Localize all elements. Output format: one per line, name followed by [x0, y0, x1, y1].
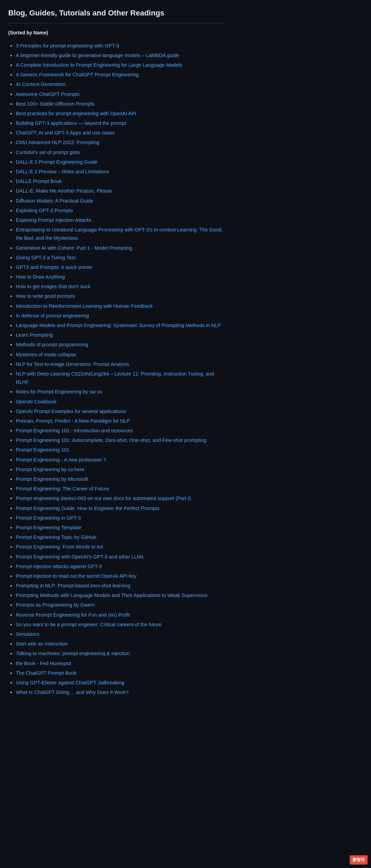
- list-item-link[interactable]: Prompt injection to read out the secret …: [16, 573, 136, 579]
- list-item: Prompt injection to read out the secret …: [16, 572, 225, 580]
- list-item-link[interactable]: Prompt Engineering Template: [16, 525, 81, 530]
- list-item-link[interactable]: Prompt injection attacks against GPT-3: [16, 564, 102, 569]
- list-item-link[interactable]: Exploiting GPT-3 Prompts: [16, 208, 73, 213]
- list-item-link[interactable]: OpenAI Prompt Examples for several appli…: [16, 409, 126, 414]
- list-item: AI Content Generation: [16, 80, 225, 88]
- list-item-link[interactable]: A beginner-friendly guide to generative …: [16, 53, 179, 58]
- list-item-link[interactable]: Exploring Prompt Injection Attacks: [16, 217, 91, 223]
- list-item-link[interactable]: Prompt Engineering 101 - Introduction an…: [16, 428, 133, 433]
- list-item: Prompt Engineering: From Words to Art: [16, 543, 225, 551]
- list-item-link[interactable]: NLP for Text-to-Image Generators: Prompt…: [16, 361, 129, 367]
- list-item-link[interactable]: What Is ChatGPT Doing ... and Why Does I…: [16, 690, 128, 695]
- list-item: Reverse Prompt Engineering for Fun and (…: [16, 611, 225, 619]
- list-item-link[interactable]: DALL-E, Make Me Another Picasso, Please: [16, 188, 112, 194]
- list-item-link[interactable]: AI Content Generation: [16, 82, 65, 87]
- list-item-link[interactable]: Prompt Engineering: The Career of Future: [16, 486, 109, 491]
- link-list: 3 Principles for prompt engineering with…: [8, 42, 225, 697]
- list-item-link[interactable]: Prompting in NLP: Prompt-based zero-shot…: [16, 583, 130, 588]
- list-item: Prompt Engineering with OpenAI's GPT-3 a…: [16, 553, 225, 561]
- list-item-link[interactable]: Generative AI with Cohere: Part 1 - Mode…: [16, 245, 132, 251]
- list-item: Introduction to Reinforcement Learning w…: [16, 302, 225, 310]
- list-item-link[interactable]: Prompt Engineering 101: [16, 447, 69, 453]
- list-item-link[interactable]: Best practices for prompt engineering wi…: [16, 111, 136, 116]
- list-item: Simulators: [16, 630, 225, 638]
- list-item: DALL-E, Make Me Another Picasso, Please: [16, 187, 225, 195]
- list-item-link[interactable]: Pretrain, Prompt, Predict - A New Paradi…: [16, 418, 130, 424]
- list-item-link[interactable]: Start with an Instruction: [16, 641, 68, 647]
- list-item-link[interactable]: Prompt Engineering in GPT-3: [16, 515, 81, 521]
- list-item-link[interactable]: Mysteries of mode collapse: [16, 352, 76, 357]
- list-item-link[interactable]: A Complete Introduction to Prompt Engine…: [16, 62, 182, 68]
- list-item-link[interactable]: Curtis64's set of prompt gists: [16, 150, 80, 155]
- list-item: Giving GPT-3 a Turing Test: [16, 253, 225, 262]
- list-item-link[interactable]: Prompt Engineering by Microsoft: [16, 476, 88, 482]
- list-item: So you want to be a prompt engineer: Cri…: [16, 620, 225, 629]
- list-item-link[interactable]: Reverse Prompt Engineering for Fun and (…: [16, 612, 130, 618]
- list-item-link[interactable]: How to write good prompts: [16, 293, 75, 299]
- list-item-link[interactable]: In defense of prompt engineering: [16, 313, 89, 318]
- list-item-link[interactable]: Talking to machines: prompt engineering …: [16, 651, 130, 656]
- list-item-link[interactable]: Building GPT-3 applications — beyond the…: [16, 120, 126, 126]
- list-item: Notes for Prompt Engineering by sw-yx: [16, 388, 225, 396]
- list-item: Awesome ChatGPT Prompts: [16, 90, 225, 98]
- list-item: NLP for Text-to-Image Generators: Prompt…: [16, 360, 225, 368]
- list-item-link[interactable]: Simulators: [16, 631, 40, 637]
- list-item-link[interactable]: Prompt Engineering by co:here: [16, 467, 85, 472]
- list-item-link[interactable]: Introduction to Reinforcement Learning w…: [16, 303, 153, 309]
- list-item: How to Draw Anything: [16, 273, 225, 281]
- list-item-link[interactable]: GPT3 and Prompts: A quick primer: [16, 264, 92, 270]
- list-item-link[interactable]: CMU Advanced NLP 2022: Prompting: [16, 140, 99, 145]
- list-item: Prompt Engineering 101 - Introduction an…: [16, 426, 225, 435]
- list-item: Prompt Engineering Template: [16, 523, 225, 532]
- list-item-link[interactable]: How to Draw Anything: [16, 274, 65, 280]
- list-item-link[interactable]: Awesome ChatGPT Prompts: [16, 91, 80, 97]
- list-item: Prompting Methods with Language Models a…: [16, 591, 225, 599]
- list-item: Prompts as Programming by Gwern: [16, 601, 225, 609]
- list-item-link[interactable]: Prompt engineering davinci-003 on our ow…: [16, 496, 191, 501]
- list-item-link[interactable]: Giving GPT-3 a Turing Test: [16, 255, 76, 260]
- list-item: A Complete Introduction to Prompt Engine…: [16, 61, 225, 69]
- list-item-link[interactable]: DALL-E 2 Preview – Risks and Limitations: [16, 169, 109, 174]
- sort-label: (Sorted by Name): [8, 29, 225, 36]
- list-item-link[interactable]: DALL-E 2 Prompt Engineering Guide: [16, 159, 98, 165]
- list-item-link[interactable]: DALLE Prompt Book: [16, 178, 62, 184]
- list-item-link[interactable]: Prompts as Programming by Gwern: [16, 602, 95, 608]
- list-item-link[interactable]: Prompt Engineering 101: Autocomplete, Ze…: [16, 437, 206, 443]
- list-item-link[interactable]: The ChatGPT Prompt Book: [16, 670, 77, 676]
- list-item: Building GPT-3 applications — beyond the…: [16, 119, 225, 127]
- list-item-link[interactable]: ChatGPT, AI and GPT-3 Apps and use cases: [16, 130, 115, 135]
- list-item: How to get images that don't suck: [16, 282, 225, 291]
- list-item-link[interactable]: Language Models and Prompt Engineering: …: [16, 323, 221, 328]
- list-item: Diffusion Models: A Practical Guide: [16, 197, 225, 205]
- list-item-link[interactable]: Learn Prompting: [16, 332, 53, 338]
- list-item-link[interactable]: Extrapolating to Unnatural Language Proc…: [16, 227, 223, 241]
- list-item-link[interactable]: Prompt Engineering - A new profession ?: [16, 457, 106, 463]
- list-item: Prompt injection attacks against GPT-3: [16, 562, 225, 571]
- list-item-link[interactable]: Prompt Engineering Topic by GitHub: [16, 534, 96, 540]
- list-item-link[interactable]: Best 100+ Stable Diffusion Prompts: [16, 101, 94, 107]
- list-item-link[interactable]: A Generic Framework for ChatGPT Prompt E…: [16, 72, 139, 77]
- list-item-link[interactable]: Using GPT-Eliezer against ChatGPT Jailbr…: [16, 680, 124, 685]
- list-item-link[interactable]: OpenAI Cookbook: [16, 399, 57, 404]
- list-item-link[interactable]: NLP with Deep Learning CS224N/Ling284 – …: [16, 371, 214, 385]
- list-item-link[interactable]: Prompt Engineering with OpenAI's GPT-3 a…: [16, 554, 144, 560]
- list-item-link[interactable]: Diffusion Models: A Practical Guide: [16, 198, 93, 204]
- list-item-link[interactable]: Prompt Engineering Guide: How to Enginee…: [16, 506, 159, 511]
- list-item-link[interactable]: How to get images that don't suck: [16, 284, 90, 289]
- list-item-link[interactable]: Methods of prompt programming: [16, 342, 88, 347]
- list-item-link[interactable]: Notes for Prompt Engineering by sw-yx: [16, 389, 102, 394]
- list-item: In defense of prompt engineering: [16, 312, 225, 320]
- list-item: CMU Advanced NLP 2022: Prompting: [16, 138, 225, 147]
- list-item-link[interactable]: Prompt Engineering: From Words to Art: [16, 544, 103, 550]
- list-item: DALL-E 2 Preview – Risks and Limitations: [16, 167, 225, 176]
- list-item-link[interactable]: So you want to be a prompt engineer: Cri…: [16, 622, 161, 627]
- list-item: DALLE Prompt Book: [16, 177, 225, 185]
- list-item-link[interactable]: the Book - Fed Honeypot: [16, 661, 71, 666]
- list-item-link[interactable]: 3 Principles for prompt engineering with…: [16, 43, 119, 48]
- list-item: Prompt Engineering - A new profession ?: [16, 456, 225, 464]
- list-item: OpenAI Prompt Examples for several appli…: [16, 407, 225, 415]
- list-item-link[interactable]: Prompting Methods with Language Models a…: [16, 593, 207, 598]
- list-item: How to write good prompts: [16, 292, 225, 300]
- list-item: Learn Prompting: [16, 331, 225, 339]
- list-item: Exploring Prompt Injection Attacks: [16, 216, 225, 224]
